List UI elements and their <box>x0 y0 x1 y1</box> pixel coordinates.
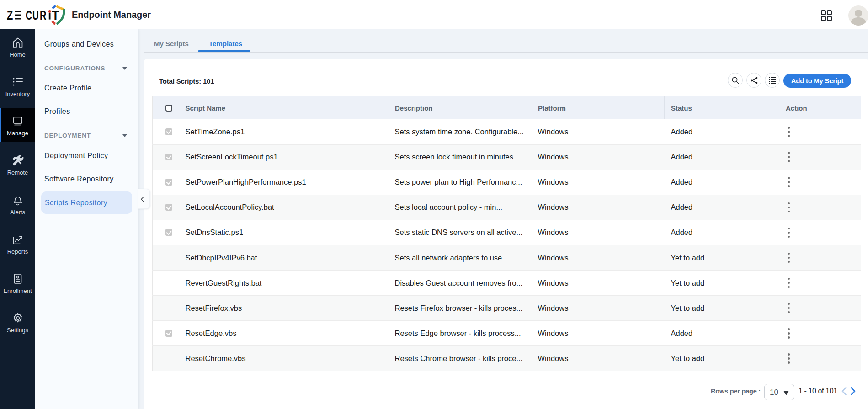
svg-text:C: C <box>26 9 32 22</box>
svg-text:Z: Z <box>7 9 13 22</box>
svg-text:U: U <box>32 9 39 22</box>
svg-text:R: R <box>40 9 46 22</box>
svg-text:T: T <box>52 9 59 22</box>
